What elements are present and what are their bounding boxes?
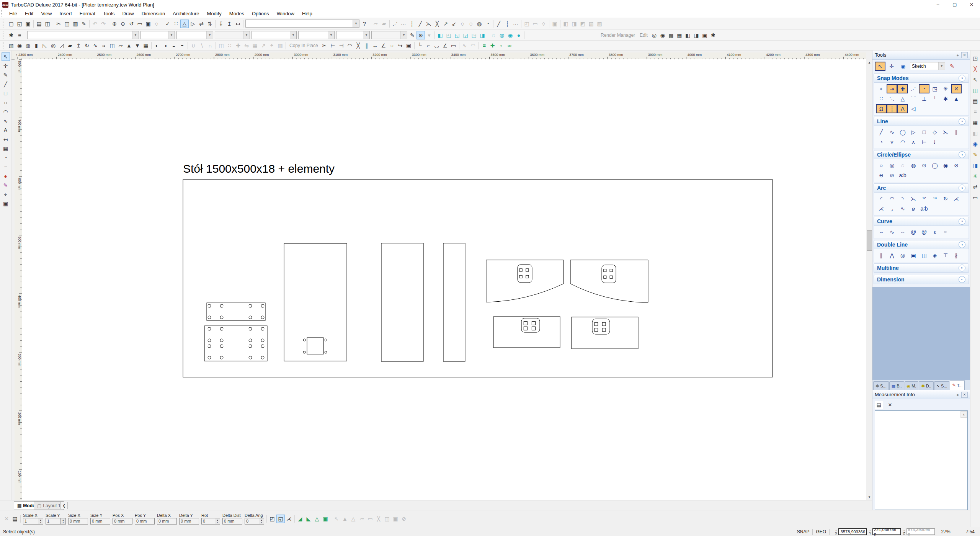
fill-c-icon[interactable]: △: [313, 515, 321, 523]
distribute-line-icon[interactable]: ⇃: [929, 137, 940, 147]
circle-ghost-a-icon[interactable]: ◌: [458, 20, 467, 28]
axis-line-icon[interactable]: ⊢: [919, 137, 929, 147]
zoom-window-icon[interactable]: ▭: [136, 20, 144, 28]
cut-icon[interactable]: ✂: [54, 20, 63, 28]
toolbar-combobox[interactable]: ▼: [298, 31, 335, 39]
tangent-line-arc-icon[interactable]: ⋌: [876, 204, 887, 213]
facet-down-icon[interactable]: ▼: [133, 41, 142, 50]
branch-line-icon[interactable]: ⋏: [908, 137, 919, 147]
camera-props-icon[interactable]: ◧: [684, 31, 692, 39]
tangent-line-circle-icon[interactable]: ⊙: [919, 161, 929, 170]
scroll-up-arrow[interactable]: ▲: [866, 59, 872, 65]
chevron-down-icon[interactable]: ▼: [938, 62, 945, 70]
spell-check-icon[interactable]: ✓: [163, 20, 172, 28]
copy-green-icon[interactable]: ◫: [971, 86, 980, 95]
copy-icon[interactable]: ◫: [63, 20, 71, 28]
double-parallel-icon[interactable]: ∦: [951, 251, 962, 260]
pen-yellow-icon[interactable]: ✎: [971, 150, 980, 159]
snap-cross-icon[interactable]: ╳: [433, 20, 441, 28]
snap-tool-icon[interactable]: ⌖: [2, 190, 10, 199]
close-button[interactable]: ✕: [963, 0, 980, 9]
group-frame-icon[interactable]: ▭: [531, 20, 539, 28]
pointer-snap-icon[interactable]: ↖: [971, 75, 980, 84]
section-header-line[interactable]: Line«: [874, 117, 969, 126]
tangent-arc-icon[interactable]: ⋋: [908, 194, 919, 203]
snap-vertex-icon[interactable]: ✚: [897, 84, 908, 93]
paper-corner-icon[interactable]: ◳: [971, 54, 980, 62]
pen-tool-icon[interactable]: ✎: [2, 71, 10, 79]
block-make-icon[interactable]: ◧: [562, 20, 570, 28]
toggle-blue-icon[interactable]: ◨: [971, 161, 980, 170]
zoom-extents-icon[interactable]: ▣: [144, 20, 152, 28]
circle-tool-icon[interactable]: ○: [2, 98, 10, 107]
export-view-icon[interactable]: ↤: [234, 20, 242, 28]
snap-grid-icon[interactable]: ⇥: [887, 84, 897, 93]
pin-icon[interactable]: ●: [956, 53, 959, 57]
cutout-square[interactable]: [595, 328, 598, 332]
eye-view-icon[interactable]: ◉: [971, 140, 980, 148]
new-icon[interactable]: ▢: [7, 20, 15, 28]
bracket-left[interactable]: [486, 260, 564, 302]
cutout-square[interactable]: [602, 322, 606, 326]
slice-icon[interactable]: ▱: [116, 41, 125, 50]
zoom-dynamic-icon[interactable]: ◌: [152, 20, 161, 28]
edit-bar-b-icon[interactable]: ┆: [503, 20, 511, 28]
rotated-rectangle-icon[interactable]: ◇: [929, 127, 940, 137]
paste-icon[interactable]: ▥: [71, 20, 80, 28]
menu-view[interactable]: View: [37, 10, 56, 17]
chevron-up-icon[interactable]: «: [959, 118, 965, 125]
snap-vline-icon[interactable]: ┆: [408, 20, 416, 28]
ellipse-icon[interactable]: ⊖: [876, 171, 887, 180]
drill-hole[interactable]: [220, 356, 223, 359]
slope-icon[interactable]: ∠: [379, 41, 388, 50]
menu-edit[interactable]: Edit: [21, 10, 37, 17]
cutout-square[interactable]: [604, 276, 606, 278]
snap-angle-icon[interactable]: ⋋: [425, 20, 433, 28]
measurement-info-list[interactable]: ▲: [875, 410, 968, 510]
double-rectangle-icon[interactable]: ◫: [919, 251, 929, 260]
palette-select-icon[interactable]: ↖: [875, 62, 885, 71]
scroll-up-arrow[interactable]: ▲: [960, 411, 967, 418]
locked-b-icon[interactable]: ▰: [380, 20, 388, 28]
loft-icon[interactable]: ≈: [100, 41, 108, 50]
fill-a-icon[interactable]: ◢: [296, 515, 304, 523]
toolbar-combobox[interactable]: ▼: [245, 20, 359, 28]
render-hidden-icon[interactable]: ◍: [498, 31, 506, 39]
context-help-icon[interactable]: ?: [360, 20, 369, 28]
render-options-icon[interactable]: ✱: [709, 31, 717, 39]
menu-format[interactable]: Format: [76, 10, 99, 17]
cross-trim-icon[interactable]: ╳: [354, 41, 363, 50]
cutout-slot[interactable]: [592, 319, 610, 334]
snap-arc-center-icon[interactable]: ◔: [919, 84, 929, 93]
menu-file[interactable]: File: [5, 10, 21, 17]
center-diameter-icon[interactable]: ◌: [897, 161, 908, 170]
angle-corner-icon[interactable]: ∠: [441, 41, 449, 50]
select-arrow-icon[interactable]: ↖: [2, 52, 10, 61]
vertical-scrollbar[interactable]: ▲ ▼: [866, 59, 872, 500]
snap-facet-icon[interactable]: ▲: [951, 94, 962, 103]
fillet-corner-icon[interactable]: ◡: [433, 41, 441, 50]
mi-close-button[interactable]: ✕: [886, 401, 894, 409]
primitive-b-icon[interactable]: ◑: [161, 41, 170, 50]
panel-a[interactable]: [284, 243, 347, 361]
snap-centroid-icon[interactable]: △: [897, 94, 908, 103]
spinner-control[interactable]: ▲▼: [38, 518, 43, 525]
measure-box-icon[interactable]: ▭: [449, 41, 458, 50]
bracket-right[interactable]: [570, 260, 648, 302]
menu-tools[interactable]: Tools: [99, 10, 118, 17]
drill-hole[interactable]: [208, 345, 211, 348]
solid-gray-icon[interactable]: ◧: [971, 129, 980, 137]
format-painter-icon[interactable]: ✎: [80, 20, 88, 28]
insp-close-icon[interactable]: ✕: [2, 515, 11, 523]
render-scene-icon[interactable]: ▣: [701, 31, 709, 39]
snap-slash-icon[interactable]: ╱: [416, 20, 425, 28]
arc-132-icon[interactable]: ¹³: [929, 194, 940, 203]
clipboard-icon[interactable]: ▤: [971, 97, 980, 105]
section-header-arc[interactable]: Arc«: [874, 183, 969, 193]
menu-help[interactable]: Help: [298, 10, 316, 17]
corner-join-icon[interactable]: └: [416, 41, 424, 50]
circle-ghost-c-icon[interactable]: ◍: [475, 20, 483, 28]
text-tool-icon[interactable]: A: [2, 126, 10, 134]
table-outline[interactable]: [183, 180, 773, 377]
bezier-icon[interactable]: ⌢: [876, 227, 887, 237]
